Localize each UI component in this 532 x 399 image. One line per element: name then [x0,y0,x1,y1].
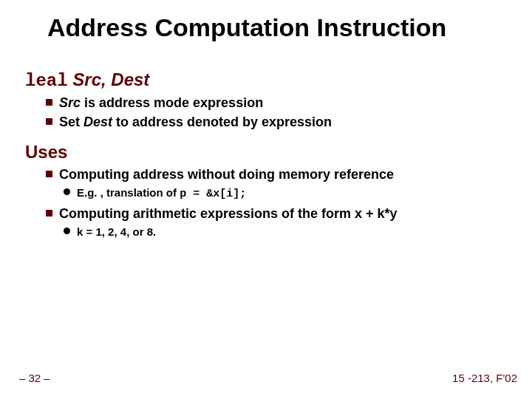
list-item: Set Dest to address denoted by expressio… [25,113,513,131]
list-item: Computing address without doing memory r… [25,166,513,202]
bullet-post: is address mode expression [81,95,263,110]
list-item: Computing arithmetic expressions of the … [25,205,513,241]
list-item: Src is address mode expression [25,94,513,112]
bullet-italic: Dest [83,115,112,129]
sub-code: p = &x[i]; [180,188,246,200]
uses-item-text: Computing arithmetic expressions of the … [59,206,398,221]
uses-item-text: Computing address without doing memory r… [59,167,394,182]
sub-list: E.g. , translation of p = &x[i]; [59,185,513,202]
leal-args: Src, Dest [72,69,149,89]
slide-body: leal Src, Dest Src is address mode expre… [25,69,513,251]
bullet-italic: Src [59,95,81,110]
sub-list: k = 1, 2, 4, or 8. [59,224,513,241]
sub-pre: k = 1, 2, 4, or 8. [77,225,156,238]
section-leal-heading: leal Src, Dest [25,69,513,91]
section-uses-heading: Uses [25,142,513,163]
sub-item: k = 1, 2, 4, or 8. [59,224,513,241]
sub-pre: E.g. , translation of [77,186,180,199]
course-tag: 15 -213, F'02 [452,372,517,384]
bullet-post: to address denoted by expression [112,115,332,129]
sub-item: E.g. , translation of p = &x[i]; [59,185,513,202]
page-title: Address Computation Instruction [47,13,520,42]
uses-bullets: Computing address without doing memory r… [25,166,513,242]
slide: Address Computation Instruction leal Src… [0,0,532,399]
slide-number: – 32 – [19,372,50,384]
leal-bullets: Src is address mode expression Set Dest … [25,94,513,132]
leal-mnemonic: leal [25,71,68,91]
bullet-pre: Set [59,115,83,129]
